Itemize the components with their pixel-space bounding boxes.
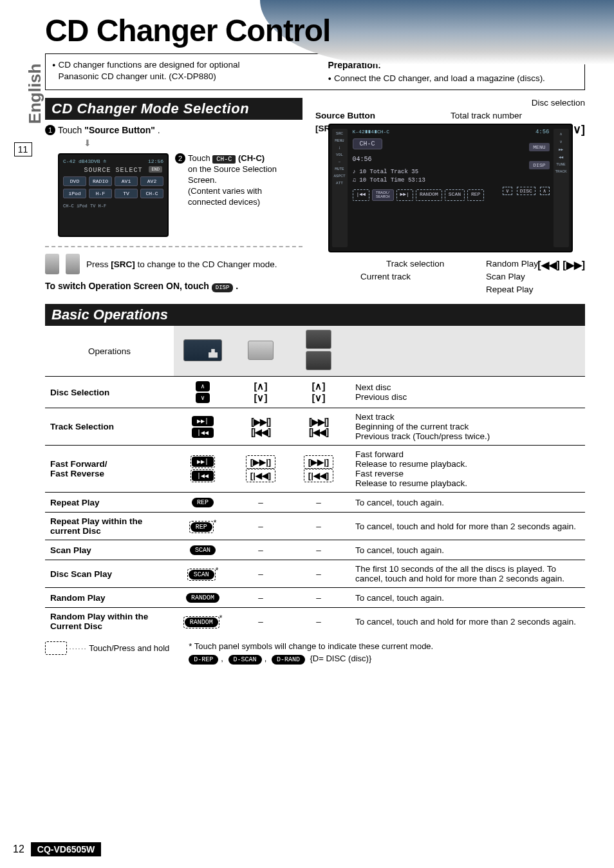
scan-hold-chip: SCAN: [187, 569, 216, 581]
side-btn[interactable]: ASPCT: [332, 174, 348, 178]
step2-l2: on the Source Selection Screen.: [188, 164, 277, 185]
col-operations: Operations: [45, 326, 174, 377]
screen-right-sidebar: ∧ ∨ ▶▶ ◀◀ TUNE TRACK: [554, 129, 569, 247]
side-btn[interactable]: ↨: [332, 146, 348, 150]
table-footnote: ······ Touch/Press and hold * Touch pane…: [45, 641, 585, 665]
src-radio[interactable]: RADIO: [89, 176, 112, 186]
desc-l3: Previous track (Touch/press twice.): [355, 431, 580, 441]
dashed-separator: [45, 246, 302, 247]
bs-disc-label: DISC: [517, 187, 535, 195]
dash: –: [290, 608, 348, 636]
dash: –: [232, 560, 290, 588]
side-tab: English 11: [5, 58, 41, 156]
rep-chip: REP: [192, 498, 214, 507]
desc-l4: Release to resume playback.: [355, 478, 580, 488]
op-random-disc: Random Play within the Current Disc: [45, 608, 174, 636]
preparation-bullet: Connect the CD changer, and load a magaz…: [328, 73, 579, 84]
side-btn[interactable]: MENU: [332, 138, 348, 143]
remote-b: [SRC]: [111, 259, 135, 269]
bs-disp-btn[interactable]: DISP: [529, 161, 549, 169]
side-index-box: 11: [14, 142, 32, 156]
op-repeat-disc: Repeat Play within the current Disc: [45, 513, 174, 540]
hold-demo-box: [45, 641, 67, 655]
bs-elapsed-time: 04:56: [353, 156, 548, 163]
disp-chip-icon: DISP: [212, 283, 234, 292]
dscan-chip: D-SCAN: [228, 655, 262, 665]
bs-prev-btn[interactable]: |◀◀: [353, 189, 369, 201]
page-footer: 12 CQ-VD6505W: [13, 842, 101, 856]
op-random: Random Play: [45, 588, 174, 608]
desc: To cancel, touch again.: [348, 540, 585, 560]
bs-disc-down[interactable]: ∨: [503, 187, 512, 195]
side-btn[interactable]: VOL: [332, 153, 348, 157]
screen-status-left: C-42 dB43DVB ≐: [63, 158, 106, 164]
side-btn[interactable]: ◀◀: [554, 155, 569, 160]
dash: –: [290, 588, 348, 608]
screen-footer: CH-C iPod TV H-F: [63, 203, 163, 209]
side-btn[interactable]: MUTE: [332, 167, 348, 171]
screen-end-button[interactable]: END: [149, 166, 162, 173]
source-select-screen: C-42 dB43DVB ≐ 12:56 SOURCE SELECT END D…: [58, 153, 169, 237]
side-btn[interactable]: ∨: [554, 139, 569, 144]
src-av2[interactable]: AV2: [140, 176, 163, 186]
rem1-up: [∧]: [254, 381, 268, 392]
page-title: CD Changer Control: [45, 13, 585, 48]
desc-l1: Next disc: [355, 382, 580, 392]
page-number: 12: [13, 844, 24, 855]
ann-scan-play: Scan Play: [486, 272, 525, 281]
side-btn[interactable]: ∧: [554, 131, 569, 137]
desc-l2: Beginning of the current track: [355, 422, 580, 431]
side-language-label: English: [25, 64, 45, 124]
star: *: [216, 566, 219, 575]
desc: The first 10 seconds of the all the disc…: [348, 560, 585, 588]
src-tv[interactable]: TV: [115, 189, 138, 198]
remote-icon: [248, 341, 274, 360]
step-1: 1 Touch "Source Button" .: [45, 125, 302, 135]
star: *: [214, 518, 217, 527]
desc-l3: Fast reverse: [355, 469, 580, 478]
rem2-prev: [|◀◀]: [309, 427, 328, 437]
step-number-2-icon: 2: [175, 153, 185, 164]
bs-info-l1: ♪ 10 Total Track 35: [353, 168, 548, 176]
src-chc[interactable]: CH-C: [140, 189, 163, 198]
ann-current-track: Current track: [360, 272, 411, 281]
bs-random-btn[interactable]: RANDOM: [416, 189, 442, 201]
step2-l3: (Content varies with connected devices): [188, 186, 262, 207]
desc: To cancel, touch and hold for more than …: [348, 608, 585, 636]
src-dvd[interactable]: DVD: [63, 176, 86, 186]
touch-ff-hold: ▶▶|: [191, 455, 215, 468]
dash: –: [290, 513, 348, 540]
dash: –: [290, 540, 348, 560]
desc-l2: Release to resume playback.: [355, 459, 580, 469]
src-av1[interactable]: AV1: [115, 176, 138, 186]
op-track-selection: Track Selection: [45, 408, 174, 446]
bs-next-btn[interactable]: ▶▶|: [396, 189, 413, 201]
touch-fr-hold: |◀◀: [191, 469, 215, 482]
dash: –: [232, 588, 290, 608]
src-ipod[interactable]: iPod: [63, 189, 86, 198]
col-remote1-icon: [232, 326, 290, 377]
touch-down-chip: ∨: [196, 393, 210, 403]
side-btn[interactable]: −: [332, 160, 348, 164]
src-hf[interactable]: H-F: [89, 189, 112, 198]
touchscreen-icon: [183, 339, 222, 361]
bs-tracksearch-btn[interactable]: TRACK/ SEARCH: [372, 189, 394, 201]
side-btn[interactable]: TUNE: [554, 162, 569, 167]
side-btn[interactable]: SRC: [332, 131, 348, 136]
step-number-1-icon: 1: [45, 125, 55, 135]
bs-disc-up[interactable]: ∧: [540, 187, 550, 195]
bs-disc-control: ∨ DISC ∧: [501, 188, 549, 194]
side-btn[interactable]: ATT: [332, 181, 348, 185]
bs-scan-btn[interactable]: SCAN: [445, 189, 465, 201]
chips-suffix: {D= DISC (disc)}: [310, 654, 372, 663]
bs-menu-btn[interactable]: MENU: [529, 143, 549, 151]
dash: –: [232, 540, 290, 560]
rem1-next: [▶▶|]: [251, 417, 270, 427]
step1-b: "Source Button": [84, 125, 155, 135]
side-btn[interactable]: ▶▶: [554, 147, 569, 152]
screen-clock: 12:56: [148, 158, 163, 164]
side-btn[interactable]: TRACK: [554, 169, 569, 174]
dots: ······: [69, 643, 87, 653]
bs-rep-btn[interactable]: REP: [467, 189, 484, 201]
step2-b: (CH-C): [238, 153, 265, 163]
